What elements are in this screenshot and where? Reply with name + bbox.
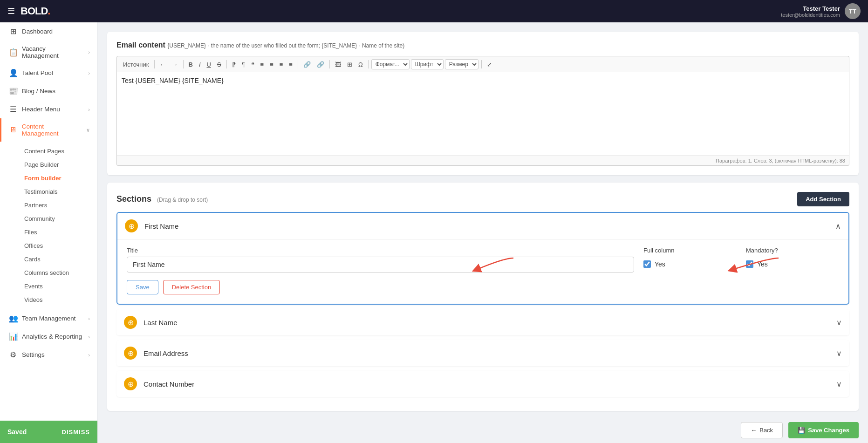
editor-area[interactable]: Test {USER_NAME} {SITE_NAME} (116, 72, 849, 156)
avatar[interactable]: TT (845, 3, 861, 19)
sidebar-item-content-pages[interactable]: Content Pages (21, 144, 97, 158)
toolbar-sep-1 (154, 60, 155, 68)
sidebar-item-label: Settings (22, 351, 45, 358)
sidebar-item-page-builder[interactable]: Page Builder (21, 158, 97, 171)
toolbar-blockquote-btn[interactable]: ❝ (249, 60, 257, 69)
sidebar-item-header-menu[interactable]: ☰ Header Menu › (0, 100, 97, 118)
dashboard-icon: ⊞ (9, 27, 17, 36)
sidebar-item-files[interactable]: Files (21, 225, 97, 239)
toolbar-list-ol-btn[interactable]: ⁋ (230, 60, 238, 69)
toolbar-align-center-btn[interactable]: ≡ (267, 60, 276, 69)
toolbar-bold-btn[interactable]: B (186, 60, 195, 69)
sidebar-item-label: Talent Pool (22, 69, 53, 76)
user-name: Tester Tester (781, 5, 840, 12)
section-contact-header[interactable]: ⊕ Contact Number ∨ (116, 371, 849, 397)
section-contact-label: Contact Number (144, 380, 836, 388)
delete-section-button[interactable]: Delete Section (163, 280, 220, 294)
toolbar-sep-5 (329, 60, 330, 68)
section-first-name-actions: Save Delete Section (127, 280, 839, 294)
sidebar-item-label: Blog / News (22, 88, 55, 95)
sidebar-item-events[interactable]: Events (21, 279, 97, 293)
section-first-name-header[interactable]: ⊕ First Name ∧ (117, 213, 848, 239)
sidebar-item-videos[interactable]: Videos (21, 293, 97, 307)
mandatory-checkbox[interactable] (746, 260, 753, 268)
toolbar-source-btn[interactable]: Источник (121, 60, 151, 69)
sidebar-item-settings[interactable]: ⚙ Settings › (0, 346, 97, 364)
editor-toolbar: Источник ← → B I U S ⁋ ¶ ❝ ≡ ≡ ≡ ≡ 🔗 🔗 (116, 56, 849, 72)
sidebar-item-partners[interactable]: Partners (21, 198, 97, 212)
sidebar-item-talent-pool[interactable]: 👤 Talent Pool › (0, 64, 97, 82)
sidebar-item-offices[interactable]: Offices (21, 239, 97, 252)
user-info: Tester Tester tester@boldidentities.com (781, 5, 840, 18)
sidebar-item-content-management[interactable]: 🖥 Content Management ∨ (0, 118, 97, 142)
email-content-card: Email content {USER_NAME} - the name of … (107, 32, 859, 175)
layout: ⊞ Dashboard 📋 Vacancy Management › 👤 Tal… (0, 22, 868, 443)
toolbar-align-justify-btn[interactable]: ≡ (287, 60, 295, 69)
sidebar-item-testimonials[interactable]: Testimonials (21, 185, 97, 198)
content-icon: 🖥 (9, 126, 17, 134)
save-section-button[interactable]: Save (127, 280, 158, 294)
toolbar-align-left-btn[interactable]: ≡ (258, 60, 267, 69)
section-email-header[interactable]: ⊕ Email Address ∨ (116, 340, 849, 366)
toolbar-redo-btn[interactable]: → (170, 60, 180, 69)
mandatory-yes-label: Yes (757, 260, 768, 268)
logo: BOLD. (21, 5, 50, 17)
title-label: Title (127, 247, 634, 254)
section-last-name-header[interactable]: ⊕ Last Name ∨ (116, 309, 849, 335)
toolbar-strikethrough-btn[interactable]: S (215, 60, 224, 69)
sections-title: Sections (116, 194, 151, 204)
chevron-right-icon: › (88, 334, 90, 340)
section-first-name-label: First Name (144, 222, 835, 230)
chevron-right-icon: › (88, 70, 90, 76)
toolbar-image-btn[interactable]: 🖼 (333, 60, 343, 69)
toolbar-link-btn[interactable]: 🔗 (301, 60, 313, 69)
toolbar-sep-6 (368, 60, 369, 68)
main-content: Email content {USER_NAME} - the name of … (98, 22, 868, 443)
full-column-label: Full column (643, 247, 737, 254)
toolbar-align-right-btn[interactable]: ≡ (277, 60, 286, 69)
menu-icon: ☰ (9, 105, 17, 114)
menu-icon[interactable]: ☰ (7, 6, 15, 16)
saved-bar: Saved DISMISS (0, 421, 97, 443)
drag-handle-email: ⊕ (124, 347, 137, 360)
toolbar-size-select[interactable]: Размер (445, 59, 478, 69)
drag-handle-first-name: ⊕ (125, 219, 138, 232)
sidebar-item-analytics-reporting[interactable]: 📊 Analytics & Reporting › (0, 327, 97, 346)
section-first-name-body: Title Full column Yes Mandatory? (117, 239, 848, 304)
save-changes-button[interactable]: 💾 Save Changes (788, 422, 859, 438)
toolbar-unlink-btn[interactable]: 🔗 (314, 60, 327, 69)
sidebar-item-blog-news[interactable]: 📰 Blog / News (0, 82, 97, 100)
toolbar-fullscreen-btn[interactable]: ⤢ (485, 60, 494, 69)
title-input[interactable] (127, 257, 634, 273)
back-button[interactable]: ← Back (741, 422, 783, 438)
sidebar-item-form-builder[interactable]: Form builder (21, 171, 97, 185)
sidebar-sub-menu: Content Pages Page Builder Form builder … (0, 142, 97, 309)
full-column-checkbox[interactable] (643, 260, 651, 268)
toolbar-italic-btn[interactable]: I (197, 60, 203, 69)
back-arrow-icon: ← (751, 427, 757, 434)
toolbar-list-ul-btn[interactable]: ¶ (239, 60, 247, 69)
chevron-down-icon: ∨ (836, 318, 842, 327)
toolbar-format-select[interactable]: Формат... (371, 59, 410, 69)
full-column-yes-label: Yes (655, 260, 665, 268)
drag-handle-contact: ⊕ (124, 377, 137, 390)
sidebar-item-label: Header Menu (22, 106, 60, 113)
mandatory-label: Mandatory? (746, 247, 839, 254)
add-section-button[interactable]: Add Section (797, 192, 849, 206)
sidebar-item-vacancy-management[interactable]: 📋 Vacancy Management › (0, 41, 97, 64)
sidebar-item-team-management[interactable]: 👥 Team Management › (0, 309, 97, 327)
save-icon: 💾 (798, 427, 805, 434)
sidebar: ⊞ Dashboard 📋 Vacancy Management › 👤 Tal… (0, 22, 98, 443)
section-item-email-address: ⊕ Email Address ∨ (116, 340, 849, 366)
toolbar-undo-btn[interactable]: ← (157, 60, 168, 69)
sidebar-item-cards[interactable]: Cards (21, 252, 97, 266)
bottom-actions: ← Back 💾 Save Changes (107, 418, 859, 438)
sidebar-item-community[interactable]: Community (21, 212, 97, 225)
sidebar-item-columns-section[interactable]: Columns section (21, 266, 97, 279)
toolbar-table-btn[interactable]: ⊞ (345, 60, 355, 69)
sidebar-item-dashboard[interactable]: ⊞ Dashboard (0, 22, 97, 41)
toolbar-special-char-btn[interactable]: Ω (356, 60, 365, 69)
dismiss-button[interactable]: DISMISS (62, 429, 90, 436)
toolbar-underline-btn[interactable]: U (205, 60, 213, 69)
toolbar-font-select[interactable]: Шрифт (411, 59, 444, 69)
